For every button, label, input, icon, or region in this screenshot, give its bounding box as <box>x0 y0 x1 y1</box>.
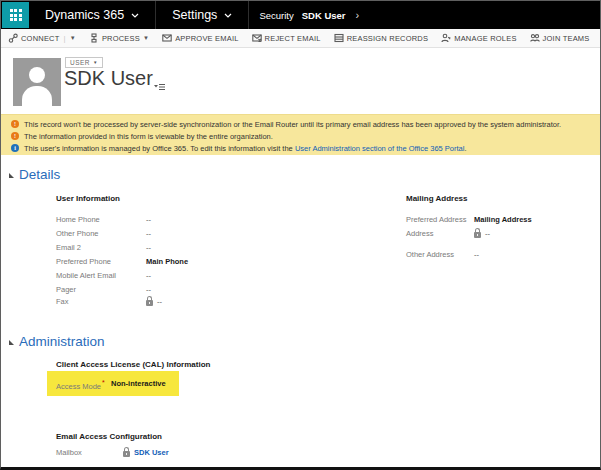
toolbar-item-manage-roles[interactable]: MANAGE ROLES <box>441 33 516 43</box>
toolbar-item-join-teams[interactable]: JOIN TEAMS <box>530 33 590 43</box>
chevron-down-icon: ▼ <box>93 60 98 65</box>
lock-icon <box>146 300 153 306</box>
subsection-title-user-information: User Information <box>56 194 120 203</box>
section-header-administration[interactable]: Administration <box>9 334 105 349</box>
notification-row: ! The information provided in this form … <box>1 130 600 142</box>
field-label: Home Phone <box>56 215 146 224</box>
record-set-navigator-icon[interactable] <box>153 82 166 92</box>
field-value[interactable]: -- <box>146 243 151 252</box>
notification-text: The information provided in this form is… <box>24 132 273 141</box>
field-label: Pager <box>56 285 146 294</box>
field-row-mobile-alert-email: Mobile Alert Email -- <box>56 271 151 280</box>
breadcrumb-chevron-icon[interactable]: › <box>356 9 360 21</box>
breadcrumb: Security SDK User › <box>249 1 369 29</box>
warning-icon: ! <box>11 132 19 140</box>
field-row-home-phone: Home Phone -- <box>56 215 151 224</box>
subsection-title-mailing-address: Mailing Address <box>406 194 468 203</box>
mailbox-record-link[interactable]: SDK User <box>134 448 169 457</box>
field-value[interactable]: Mailing Address <box>474 215 532 224</box>
field-label: Mobile Alert Email <box>56 271 146 280</box>
access-mode-highlighted-row: Access Mode* Non-interactive <box>47 371 179 396</box>
toolbar-divider: | <box>63 34 65 43</box>
field-value[interactable]: Non-interactive <box>111 379 166 388</box>
field-row-pager: Pager -- <box>56 285 151 294</box>
toolbar-item-label: JOIN TEAMS <box>543 34 590 43</box>
chevron-down-icon[interactable]: ▼ <box>143 35 149 41</box>
app-launcher-button[interactable] <box>2 2 29 28</box>
required-asterisk: * <box>102 379 105 386</box>
dynamics365-window: Dynamics 365 Settings Security SDK User … <box>0 0 601 470</box>
reassign-records-icon <box>334 33 344 43</box>
notification-area: ! This record won't be processed by serv… <box>1 114 600 155</box>
reject-email-icon <box>252 33 262 43</box>
field-row-email-2: Email 2 -- <box>56 243 151 252</box>
section-title: Details <box>19 167 60 182</box>
toolbar-item-label: REASSIGN RECORDS <box>347 34 429 43</box>
breadcrumb-record[interactable]: SDK User <box>302 10 346 21</box>
toolbar-item-reject-email[interactable]: REJECT EMAIL <box>252 33 321 43</box>
field-label: Mailbox <box>56 448 123 457</box>
join-teams-icon <box>530 33 540 43</box>
field-row-other-phone: Other Phone -- <box>56 229 151 238</box>
field-label: Fax <box>56 297 146 306</box>
avatar[interactable] <box>13 58 61 106</box>
entity-type-label: USER <box>70 59 90 66</box>
warning-icon: ! <box>11 120 19 128</box>
toolbar-item-label: REJECT EMAIL <box>265 34 321 43</box>
approve-email-icon <box>162 33 172 43</box>
notification-row: i This user's information is managed by … <box>1 142 600 154</box>
field-value[interactable]: -- <box>157 297 162 306</box>
field-row-mailbox: Mailbox SDK User <box>56 448 169 457</box>
office365-portal-link[interactable]: User Administration section of the Offic… <box>295 144 465 153</box>
record-title: SDK User <box>64 67 153 90</box>
field-row-fax: Fax -- <box>56 297 162 306</box>
toolbar-item-label: PROCESS <box>102 34 140 43</box>
brand-label: Dynamics 365 <box>45 8 124 22</box>
toolbar-item-label: APPROVE EMAIL <box>175 34 238 43</box>
field-value[interactable]: -- <box>146 215 151 224</box>
field-value[interactable]: -- <box>146 229 151 238</box>
field-row-other-address: Other Address -- <box>406 250 479 259</box>
connect-icon <box>8 33 18 43</box>
subsection-title-cal-information: Client Access License (CAL) Information <box>56 360 210 369</box>
toolbar-item-process[interactable]: PROCESS ▼ <box>89 33 149 43</box>
breadcrumb-section[interactable]: Security <box>259 10 293 21</box>
top-nav: Dynamics 365 Settings Security SDK User … <box>1 1 600 29</box>
nav-brand-menu[interactable]: Dynamics 365 <box>29 1 155 29</box>
section-header-details[interactable]: Details <box>9 167 60 182</box>
field-label: Address <box>406 229 474 238</box>
waffle-icon <box>10 9 22 21</box>
notification-row: ! This record won't be processed by serv… <box>1 118 600 130</box>
toolbar-item-approve-email[interactable]: APPROVE EMAIL <box>162 33 238 43</box>
field-row-preferred-address: Preferred Address Mailing Address <box>406 215 532 224</box>
collapse-triangle-icon <box>9 173 14 178</box>
field-label: Preferred Address <box>406 215 474 224</box>
notification-text: This user's information is managed by Of… <box>24 144 467 153</box>
chevron-down-icon <box>224 13 232 18</box>
toolbar-item-label: CONNECT <box>21 34 59 43</box>
nav-area-settings[interactable]: Settings <box>156 1 248 29</box>
field-value[interactable]: -- <box>146 271 151 280</box>
field-value[interactable]: Main Phone <box>146 257 188 266</box>
lock-icon <box>474 232 481 238</box>
field-label: Other Phone <box>56 229 146 238</box>
toolbar-item-label: MANAGE ROLES <box>454 34 516 43</box>
notification-text: This record won't be processed by server… <box>24 120 561 129</box>
field-label: Other Address <box>406 250 474 259</box>
collapse-triangle-icon <box>9 340 14 345</box>
field-label: Email 2 <box>56 243 146 252</box>
manage-roles-icon <box>441 33 451 43</box>
field-label: Preferred Phone <box>56 257 146 266</box>
field-value[interactable]: -- <box>474 250 479 259</box>
chevron-down-icon[interactable]: ▼ <box>70 35 76 41</box>
toolbar-item-connect[interactable]: CONNECT | ▼ <box>8 33 76 43</box>
chevron-down-icon <box>131 13 139 18</box>
field-value[interactable]: -- <box>146 285 151 294</box>
area-label: Settings <box>172 8 217 22</box>
field-value[interactable]: -- <box>485 229 490 238</box>
field-row-preferred-phone: Preferred Phone Main Phone <box>56 257 188 266</box>
section-title: Administration <box>19 334 105 349</box>
info-icon: i <box>11 144 19 152</box>
lock-icon <box>123 451 130 457</box>
toolbar-item-reassign-records[interactable]: REASSIGN RECORDS <box>334 33 429 43</box>
